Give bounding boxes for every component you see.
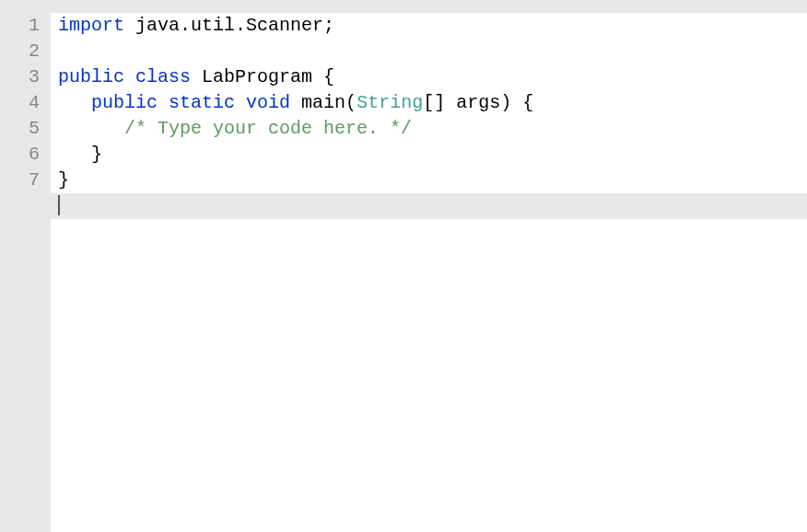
code-line[interactable] [51,193,807,219]
line-number: 2 [0,39,51,64]
line-number: 6 [0,142,51,168]
code-text: } [91,144,102,165]
keyword-void: void [246,92,290,113]
code-line[interactable]: /* Type your code here. */ [51,116,807,142]
code-indent [58,144,91,165]
code-text: } [58,169,69,191]
keyword-import: import [58,15,124,36]
code-text: main( [301,92,357,113]
code-line[interactable]: } [51,168,807,193]
line-number: 4 [0,90,51,116]
line-number: 7 [0,168,51,193]
code-text [191,66,202,87]
keyword-static: static [169,92,235,113]
keyword-public: public [91,92,158,113]
code-text: [] [423,92,445,113]
code-indent [58,92,91,113]
text-cursor [58,195,60,215]
code-editor[interactable]: 1 2 3 4 5 6 7 8 import java.util.Scanner… [0,0,807,532]
line-number: 1 [0,13,51,39]
comment-text: /* Type your code here. */ [124,118,412,139]
code-line[interactable] [51,39,807,64]
code-line[interactable]: import java.util.Scanner; [51,13,807,39]
code-line[interactable]: } [51,142,807,168]
type-string: String [357,92,423,113]
code-text: args) { [445,92,533,113]
code-text: LabProgram { [202,66,334,87]
code-line[interactable]: public static void main(String[] args) { [51,90,807,116]
code-line[interactable]: public class LabProgram { [51,64,807,90]
code-text [158,92,169,113]
code-text [124,15,135,36]
line-number: 5 [0,116,51,142]
keyword-public: public [58,66,124,87]
code-indent [58,118,124,139]
code-text [235,92,246,113]
code-text [290,92,301,113]
code-content-area[interactable]: import java.util.Scanner; public class L… [51,13,807,532]
line-number: 3 [0,64,51,90]
code-text [124,66,135,87]
line-number-gutter: 1 2 3 4 5 6 7 8 [0,13,51,532]
code-text: java.util.Scanner; [135,15,334,36]
keyword-class: class [135,66,191,87]
